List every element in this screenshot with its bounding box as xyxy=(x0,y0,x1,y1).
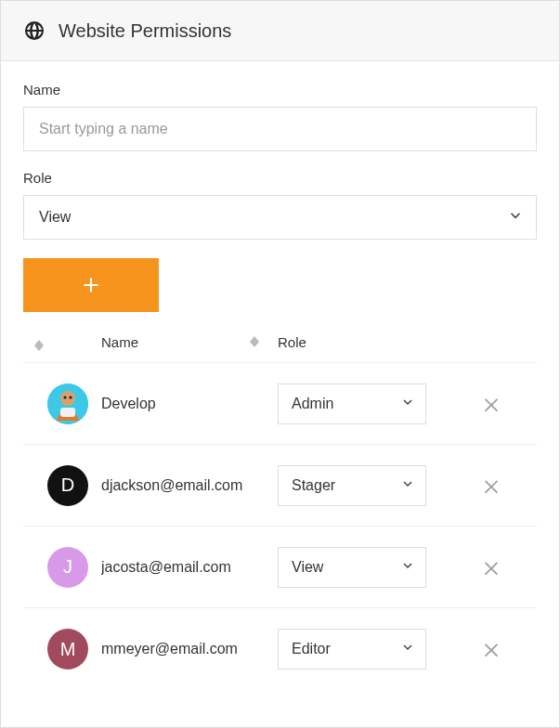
svg-marker-1 xyxy=(34,345,44,351)
table-row: Ddjackson@email.comStager xyxy=(23,445,537,526)
remove-button[interactable] xyxy=(474,631,509,667)
name-label: Name xyxy=(23,82,537,98)
avatar xyxy=(47,384,88,424)
avatar: M xyxy=(47,629,88,670)
svg-point-5 xyxy=(60,391,75,406)
name-cell: Develop xyxy=(101,396,278,412)
avatar-cell xyxy=(23,384,101,424)
name-cell: mmeyer@email.com xyxy=(101,641,278,657)
column-header-role: Role xyxy=(278,334,445,350)
name-cell: djackson@email.com xyxy=(101,477,278,494)
svg-point-7 xyxy=(69,396,72,398)
name-field-group: Name xyxy=(23,82,537,151)
avatar-letter: M xyxy=(60,639,76,660)
role-select-wrap: View xyxy=(23,195,537,240)
table-header-row: Name Role xyxy=(23,325,537,363)
role-cell: Stager xyxy=(278,465,445,506)
role-cell: View xyxy=(278,547,445,588)
panel-title: Website Permissions xyxy=(59,20,231,42)
svg-rect-8 xyxy=(60,408,75,417)
role-select-wrap: Stager xyxy=(278,465,426,506)
column-header-name-label: Name xyxy=(101,334,138,350)
close-icon xyxy=(481,394,501,414)
role-cell: Admin xyxy=(278,384,445,424)
table-row: Jjacosta@email.comView xyxy=(23,526,537,608)
column-header-name[interactable]: Name xyxy=(101,334,278,350)
avatar-letter: D xyxy=(61,474,74,496)
panel-body: Name Role View xyxy=(1,61,559,690)
avatar-cell: J xyxy=(23,547,101,588)
panel-header: Website Permissions xyxy=(1,1,559,61)
table-row: Mmmeyer@email.comEditor xyxy=(23,608,537,690)
add-button[interactable] xyxy=(23,258,159,312)
role-select-wrap: View xyxy=(278,547,426,588)
row-role-select[interactable]: Admin xyxy=(278,384,426,424)
role-label: Role xyxy=(23,170,537,186)
action-cell xyxy=(445,550,537,585)
role-field-group: Role View xyxy=(23,170,537,240)
row-role-select[interactable]: Editor xyxy=(278,629,426,670)
avatar-letter: J xyxy=(63,556,72,578)
row-role-select[interactable]: View xyxy=(278,547,426,588)
remove-button[interactable] xyxy=(474,550,509,585)
name-input[interactable] xyxy=(23,107,537,151)
action-cell xyxy=(445,386,537,422)
table-body: DevelopAdminDdjackson@email.comStagerJja… xyxy=(23,363,537,690)
permissions-table: Name Role DevelopAdminDdjackson@email.co… xyxy=(23,325,537,690)
avatar: J xyxy=(47,547,88,588)
row-role-select[interactable]: Stager xyxy=(278,465,426,506)
sort-icon xyxy=(34,340,44,351)
table-row: DevelopAdmin xyxy=(23,363,537,445)
column-sort-avatar[interactable] xyxy=(23,332,101,351)
svg-point-6 xyxy=(63,396,66,398)
close-icon xyxy=(481,557,501,578)
sort-icon xyxy=(250,336,259,347)
name-cell: jacosta@email.com xyxy=(101,559,278,576)
svg-marker-3 xyxy=(250,342,259,347)
column-header-role-label: Role xyxy=(278,334,306,350)
action-cell xyxy=(445,468,537,503)
plus-icon xyxy=(79,273,103,297)
action-cell xyxy=(445,631,537,667)
avatar: D xyxy=(47,465,88,506)
close-icon xyxy=(481,639,501,659)
role-cell: Editor xyxy=(278,629,445,670)
remove-button[interactable] xyxy=(474,386,509,422)
permissions-panel: Website Permissions Name Role View xyxy=(0,0,560,728)
remove-button[interactable] xyxy=(474,468,509,503)
globe-icon xyxy=(23,20,46,42)
role-select-wrap: Admin xyxy=(278,384,426,424)
avatar-cell: D xyxy=(23,465,101,506)
role-select-wrap: Editor xyxy=(278,629,426,670)
close-icon xyxy=(481,475,501,496)
role-select[interactable]: View xyxy=(23,195,537,240)
avatar-cell: M xyxy=(23,629,101,670)
